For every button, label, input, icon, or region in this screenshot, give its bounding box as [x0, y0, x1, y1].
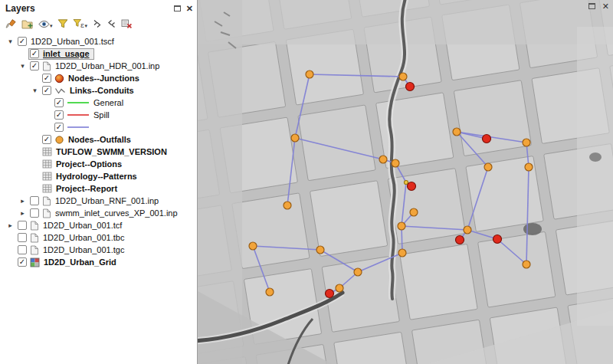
layer-row[interactable]: ▾✓Links--Conduits [0, 84, 197, 97]
junction-node[interactable] [266, 288, 274, 296]
layer-visibility-checkbox[interactable]: ✓ [54, 110, 64, 120]
junction-node[interactable] [484, 163, 492, 171]
layer-visibility-checkbox[interactable]: ✓ [18, 37, 27, 46]
layer-styling-icon[interactable] [5, 18, 18, 31]
filter-expression-icon[interactable]: ε▾ [72, 18, 89, 30]
layer-row[interactable]: Hydrology--Patterns [0, 170, 197, 182]
layer-visibility-checkbox[interactable]: ✓ [42, 74, 51, 83]
outfall-node[interactable] [493, 235, 502, 244]
outfall-node[interactable] [326, 290, 334, 298]
close-icon[interactable]: ✕ [602, 2, 609, 10]
junction-node[interactable] [392, 159, 399, 167]
junction-node[interactable] [398, 249, 406, 257]
layer-label: 1D2D_Urban_HDR_001.inp [54, 61, 160, 71]
outfall-node[interactable] [483, 135, 491, 143]
add-group-icon[interactable] [21, 18, 34, 30]
close-panel-icon[interactable]: ✕ [186, 5, 193, 12]
layer-row[interactable]: ✓Nodes--Junctions [0, 72, 197, 84]
layer-visibility-checkbox[interactable] [30, 208, 39, 218]
junction-node[interactable] [354, 268, 362, 276]
table-icon [42, 172, 52, 181]
junction-node[interactable] [336, 284, 343, 292]
layer-visibility-checkbox[interactable] [18, 233, 27, 242]
line-purple-icon [67, 123, 90, 131]
layer-visibility-checkbox[interactable]: ✓ [54, 98, 64, 107]
layer-label: Hydrology--Patterns [55, 172, 138, 181]
layer-row[interactable]: ▸1D2D_Urban_RNF_001.inp [0, 195, 197, 207]
junction-node[interactable] [464, 226, 471, 234]
junction-node[interactable] [398, 222, 405, 230]
layer-row[interactable]: ✓ [0, 121, 197, 133]
layer-visibility-checkbox[interactable] [18, 245, 27, 254]
layer-label: Project--Options [55, 159, 123, 169]
layer-row[interactable]: ▾✓1D2D_Urban_001.tscf [0, 35, 197, 48]
map-themes-icon[interactable]: ▾ [38, 18, 54, 30]
junction-node[interactable] [316, 246, 324, 254]
file-icon [30, 221, 39, 231]
junction-node[interactable] [399, 73, 407, 80]
layer-label: TUFLOW_SWMM_VERSION [55, 147, 168, 156]
layers-toolbar: ▾ε▾ [0, 15, 197, 33]
junction-node[interactable] [410, 208, 418, 216]
collapse-branch-icon[interactable]: ▾ [29, 85, 41, 97]
outfall-node[interactable] [408, 182, 416, 191]
undock-panel-icon[interactable] [174, 5, 181, 11]
layer-row[interactable]: ✓Spill [0, 109, 197, 121]
junction-node[interactable] [284, 202, 291, 209]
outfall-node[interactable] [406, 83, 415, 91]
junction-node[interactable] [379, 156, 387, 163]
layer-row[interactable]: ▸1D2D_Urban_001.tcf [0, 219, 197, 231]
minor-node[interactable] [405, 181, 408, 185]
table-icon [42, 147, 52, 156]
layer-visibility-checkbox[interactable]: ✓ [30, 61, 39, 71]
minor-nodes [405, 181, 408, 185]
undock-icon[interactable] [588, 3, 595, 9]
junction-node[interactable] [523, 139, 530, 146]
layer-visibility-checkbox[interactable]: ✓ [18, 257, 27, 267]
outfalls-icon [54, 135, 64, 145]
expand-branch-icon[interactable]: ▸ [5, 220, 16, 231]
file-icon [42, 208, 51, 218]
layer-visibility-checkbox[interactable]: ✓ [54, 123, 64, 132]
layer-row[interactable]: 1D2D_Urban_001.tgc [0, 244, 197, 256]
expand-branch-icon[interactable]: ▸ [17, 208, 28, 219]
layer-visibility-checkbox[interactable] [30, 196, 39, 205]
dropdown-arrow-icon: ▾ [85, 23, 88, 29]
layer-row[interactable]: Project--Options [0, 158, 197, 170]
junction-node[interactable] [453, 128, 461, 136]
collapse-branch-icon[interactable]: ▾ [17, 61, 28, 72]
outfall-node[interactable] [456, 236, 464, 244]
collapse-all-icon[interactable] [106, 18, 117, 30]
layer-visibility-checkbox[interactable]: ✓ [30, 49, 39, 58]
layer-row-content: ✓Links--Conduits [41, 85, 139, 97]
layer-row[interactable]: ✓Nodes--Outfalls [0, 133, 197, 146]
layer-row[interactable]: Project--Report [0, 182, 197, 195]
remove-layer-icon[interactable] [120, 18, 133, 30]
junction-node[interactable] [249, 242, 257, 250]
layer-row[interactable]: ✓1D2D_Urban_Grid [0, 256, 197, 268]
expand-all-icon[interactable] [91, 18, 103, 30]
layer-row-content: 1D2D_Urban_001.tbc [16, 232, 129, 244]
junction-node[interactable] [306, 71, 313, 78]
expand-branch-icon[interactable]: ▸ [17, 195, 28, 207]
layer-label: Project--Report [55, 184, 118, 193]
map-canvas[interactable]: ✕ [198, 0, 613, 364]
layer-label: 1D2D_Urban_RNF_001.inp [54, 196, 159, 205]
junction-node[interactable] [523, 261, 530, 268]
file-icon [42, 196, 51, 206]
layer-row[interactable]: 1D2D_Urban_001.tbc [0, 231, 197, 244]
layer-row-content: ✓ [53, 122, 98, 133]
junction-node[interactable] [525, 163, 533, 171]
layer-row[interactable]: ▸swmm_inlet_curves_XP_001.inp [0, 207, 197, 219]
layer-visibility-checkbox[interactable] [18, 221, 27, 230]
layer-row-content: Project--Options [41, 159, 126, 170]
layer-row[interactable]: TUFLOW_SWMM_VERSION [0, 146, 197, 158]
layer-visibility-checkbox[interactable]: ✓ [42, 135, 51, 144]
layer-visibility-checkbox[interactable]: ✓ [42, 86, 51, 95]
junction-node[interactable] [291, 134, 299, 142]
layer-row[interactable]: ▾✓1D2D_Urban_HDR_001.inp [0, 60, 197, 72]
layer-row[interactable]: ✓inlet_usage [0, 48, 197, 60]
layer-row[interactable]: ✓General [0, 97, 197, 109]
collapse-branch-icon[interactable]: ▾ [5, 36, 16, 48]
filter-legend-icon[interactable] [57, 18, 69, 30]
